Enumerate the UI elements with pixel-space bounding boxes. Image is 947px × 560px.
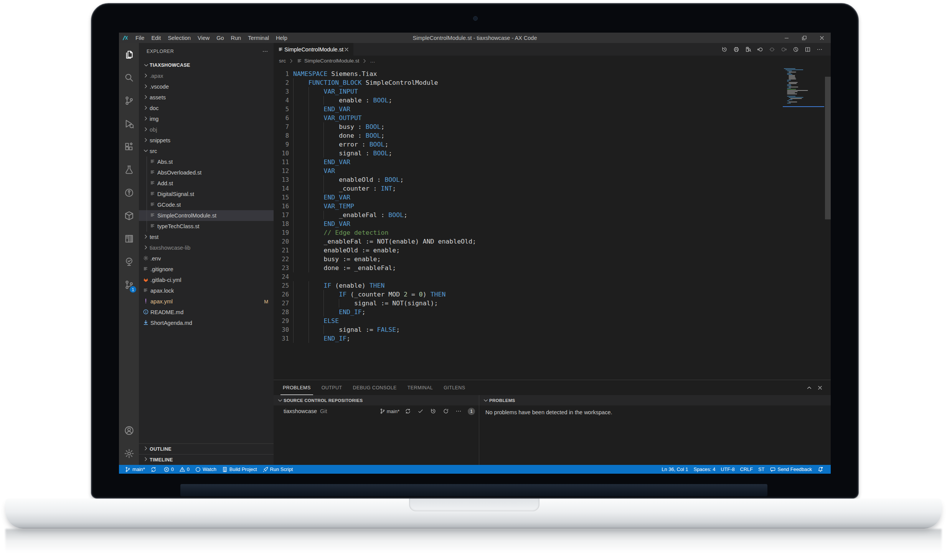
tree-folder-tiaxshowcase-lib[interactable]: tiaxshowcase-lib [139,242,274,253]
print-button[interactable] [730,43,742,56]
activity-settings[interactable] [119,442,139,465]
menu-file[interactable]: File [132,35,148,41]
code-line-14[interactable]: 14_counter : INT; [274,184,831,193]
code-editor[interactable]: 1NAMESPACE Siemens.Tiax2FUNCTION_BLOCK S… [274,66,831,380]
tree-file-add.st[interactable]: Add.st [139,178,274,189]
code-line-13[interactable]: 13enableOld : BOOL; [274,175,831,184]
code-line-8[interactable]: 8done : BOOL; [274,131,831,140]
menu-run[interactable]: Run [228,35,245,41]
status-watch[interactable]: Watch [192,465,219,474]
code-line-17[interactable]: 17_enableFal : BOOL; [274,211,831,219]
status-branch[interactable]: main* [122,465,148,474]
menu-view[interactable]: View [194,35,213,41]
menu-go[interactable]: Go [213,35,227,41]
activity-accounts[interactable] [119,419,139,442]
scm-history-button[interactable] [427,408,440,414]
code-line-29[interactable]: 29ELSE [274,316,831,325]
section-outline[interactable]: OUTLINE [139,443,274,454]
code-line-1[interactable]: 1NAMESPACE Siemens.Tiax [274,69,831,78]
activity-testing[interactable] [119,158,139,181]
explorer-more-actions-icon[interactable] [262,48,268,54]
tree-folder-doc[interactable]: doc [139,103,274,114]
code-line-15[interactable]: 15END_VAR [274,193,831,202]
code-line-12[interactable]: 12VAR [274,166,831,175]
status-run-script[interactable]: Run Script [260,465,296,474]
status-cursor-position[interactable]: Ln 36, Col 1 [659,465,691,474]
tree-file-typetechclass.st[interactable]: typeTechClass.st [139,221,274,232]
tree-folder-obj[interactable]: obj [139,124,274,135]
activity-search[interactable] [119,66,139,89]
activity-apax-packages[interactable] [119,204,139,227]
tree-file-digitalsignal.st[interactable]: DigitalSignal.st [139,189,274,199]
activity-explorer[interactable] [119,43,139,66]
code-line-18[interactable]: 18END_VAR [274,219,831,228]
code-line-26[interactable]: 26IF (_counter MOD 2 = 0) THEN [274,290,831,299]
status-encoding[interactable]: UTF-8 [718,465,737,474]
tree-folder-.vscode[interactable]: .vscode [139,81,274,92]
panel-tab-problems[interactable]: PROBLEMS [280,380,313,395]
panel-tab-gitlens[interactable]: GITLENS [441,380,467,395]
menu-selection[interactable]: Selection [164,35,194,41]
minimap[interactable] [783,68,824,112]
current-change-button[interactable] [766,43,778,56]
code-line-16[interactable]: 16VAR_TEMP [274,202,831,211]
tree-file-.gitignore[interactable]: .gitignore [139,264,274,275]
code-line-28[interactable]: 28END_IF; [274,308,831,316]
tree-folder-snippets[interactable]: snippets [139,135,274,146]
code-line-30[interactable]: 30signal := FALSE; [274,325,831,334]
repository-row[interactable]: tiaxshowcase Git main*1 [274,405,479,417]
code-line-3[interactable]: 3VAR_INPUT [274,87,831,96]
code-line-11[interactable]: 11END_VAR [274,158,831,166]
code-line-31[interactable]: 31END_IF; [274,334,831,343]
scm-more-button[interactable] [453,408,465,414]
tree-file-gcode.st[interactable]: GCode.st [139,199,274,210]
menu-help[interactable]: Help [272,35,291,41]
activity-gitlens[interactable] [119,181,139,204]
code-line-25[interactable]: 25IF (enable) THEN [274,281,831,290]
scm-refresh-button[interactable] [440,408,453,414]
activity-plc-devices[interactable] [119,227,139,250]
scm-section-header[interactable]: SOURCE CONTROL REPOSITORIES [274,395,479,405]
status-notifications[interactable] [815,465,828,474]
toggle-timer-button[interactable] [790,43,802,56]
device-search-button[interactable] [742,43,754,56]
tree-folder-.apax[interactable]: .apax [139,71,274,81]
tree-file-shortagenda.md[interactable]: ShortAgenda.md [139,318,274,328]
panel-tab-terminal[interactable]: TERMINAL [405,380,435,395]
code-line-7[interactable]: 7busy : BOOL; [274,122,831,131]
close-panel-button[interactable] [815,385,825,391]
timeline-history-button[interactable] [718,43,730,56]
status-sync[interactable] [148,465,161,474]
code-line-20[interactable]: 20_enableFal := NOT(enable) AND enableOl… [274,237,831,246]
close-button[interactable] [813,33,831,43]
tree-file-readme.md[interactable]: README.md [139,307,274,318]
restore-button[interactable] [795,33,813,43]
tree-folder-test[interactable]: test [139,232,274,242]
activity-gitlens-inspect[interactable] [119,250,139,273]
tab-simplecontrolmodule[interactable]: SimpleControlModule.st [274,43,353,56]
code-line-24[interactable]: 24 [274,272,831,281]
explorer-root-folder[interactable]: TIAXSHOWCASE [139,60,274,71]
minimize-button[interactable] [778,33,795,43]
menu-terminal[interactable]: Terminal [244,35,272,41]
split-editor-button[interactable] [802,43,813,56]
tree-file-.gitlab-ci.yml[interactable]: .gitlab-ci.yml [139,275,274,285]
code-line-23[interactable]: 23done := _enableFal; [274,264,831,272]
status-errors[interactable]: 0 [161,465,177,474]
status-send-feedback[interactable]: Send Feedback [767,465,815,474]
tree-folder-src[interactable]: src [139,146,274,156]
code-line-27[interactable]: 27signal := NOT(signal); [274,299,831,308]
panel-tab-debug-console[interactable]: DEBUG CONSOLE [350,380,399,395]
tree-file-absoverloaded.st[interactable]: AbsOverloaded.st [139,167,274,178]
section-timeline[interactable]: TIMELINE [139,454,274,465]
code-line-4[interactable]: 4enable : BOOL; [274,96,831,105]
tree-folder-assets[interactable]: assets [139,92,274,103]
previous-change-button[interactable] [754,43,766,56]
activity-extensions[interactable] [119,135,139,158]
more-actions-button[interactable] [813,43,825,56]
tree-folder-img[interactable]: img [139,114,274,124]
breadcrumb-item-symbols[interactable]: … [370,58,375,64]
code-line-22[interactable]: 22busy := enable; [274,255,831,264]
tree-file-apax.yml[interactable]: apax.ymlM [139,296,274,307]
status-warnings[interactable]: 0 [177,465,192,474]
